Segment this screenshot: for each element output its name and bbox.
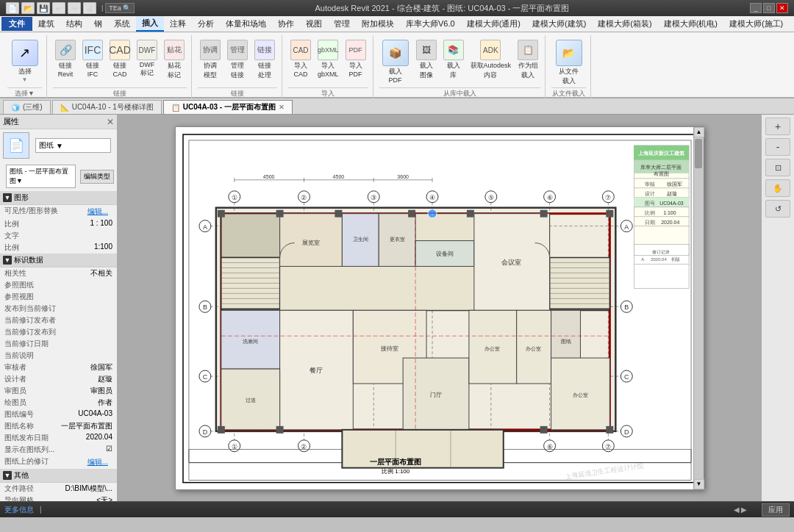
id-data-collapse-btn[interactable]: ▼	[3, 256, 12, 265]
select-icon: ↗	[12, 40, 38, 66]
import-cad-btn[interactable]: CAD 导入CAD	[288, 38, 313, 79]
open-btn[interactable]: 📂	[21, 2, 35, 14]
v-scrollbar[interactable]: ▲ ▼	[693, 127, 704, 489]
menu-model-construct[interactable]: 建模大师(施工)	[723, 17, 789, 31]
manage-link-btn[interactable]: 管理 管理链接	[225, 38, 250, 82]
menu-model-box[interactable]: 建模大师(箱装)	[592, 17, 657, 31]
link-ifc-btn[interactable]: IFC 链接IFC	[80, 38, 105, 79]
zoom-in-btn[interactable]: +	[765, 118, 790, 135]
menu-file[interactable]: 文件	[1, 17, 32, 31]
menu-model-pc[interactable]: 建模大师(PC)	[789, 17, 794, 31]
svg-text:4500: 4500	[332, 173, 344, 179]
graphics-collapse-btn[interactable]: ▼	[3, 193, 12, 202]
menu-addins[interactable]: 附加模块	[356, 17, 400, 31]
coord-model-label: 协调模型	[204, 61, 217, 80]
visibility-value[interactable]: 编辑...	[83, 206, 112, 218]
scroll-down-btn[interactable]: ▼	[694, 479, 704, 489]
dwf-mark-btn[interactable]: DWF DWF标记	[135, 38, 160, 79]
svg-text:会议室: 会议室	[501, 259, 521, 266]
new-btn[interactable]: 📄	[6, 2, 19, 14]
menu-mass[interactable]: 体量和场地	[220, 17, 272, 31]
menu-architecture[interactable]: 建筑	[32, 17, 60, 31]
id-data-section-header[interactable]: ▼ 标识数据	[0, 254, 117, 267]
tab-floor-close[interactable]: ✕	[279, 104, 285, 111]
graphics-section-header[interactable]: ▼ 图形	[0, 191, 117, 205]
load-image-btn[interactable]: 🖼 载入图像	[414, 38, 439, 82]
scroll-thumb[interactable]	[695, 139, 702, 168]
link-cad-btn[interactable]: CAD 链接CAD	[107, 38, 132, 79]
edit-type-btn[interactable]: 编辑类型	[80, 170, 114, 184]
rotate-btn[interactable]: ↺	[765, 200, 790, 218]
link-revit-btn[interactable]: 🔗 链接Revit	[53, 38, 78, 79]
current-view-dropdown[interactable]: 图纸 - 一层平面布置图▼	[6, 165, 76, 188]
import-pdf-btn[interactable]: PDF 导入PDF	[343, 38, 368, 79]
menu-annotation[interactable]: 注释	[164, 17, 192, 31]
svg-text:审核: 审核	[645, 181, 655, 187]
drafter-label: 绘图员	[4, 398, 26, 408]
load-family-btn[interactable]: 📦 载入PDF	[379, 38, 412, 85]
svg-text:UC04A-03: UC04A-03	[659, 200, 684, 205]
load-as-group-btn[interactable]: 📋 作为组载入	[515, 38, 540, 82]
save-btn[interactable]: 💾	[37, 2, 50, 14]
separator: |	[101, 4, 103, 12]
view-type-dropdown[interactable]: 图纸 ▼	[35, 138, 111, 153]
coord-model-btn[interactable]: 协调 协调模型	[198, 38, 223, 82]
decal-btn[interactable]: 贴花 贴花标记	[162, 38, 187, 82]
maximize-btn[interactable]: □	[763, 3, 775, 13]
other-collapse-btn[interactable]: ▼	[3, 471, 12, 480]
menu-view[interactable]: 视图	[300, 17, 328, 31]
sheet-name-row: 图纸名称 一层平面布置图	[0, 420, 117, 432]
menu-model-common[interactable]: 建模大师(通用)	[461, 17, 526, 31]
minimize-btn[interactable]: _	[750, 3, 762, 13]
pan-btn[interactable]: ✋	[765, 179, 790, 197]
quick-access-toolbar: 📄 📂 💾 ↩ ↪ 🖨 | TEa 🔍	[6, 2, 135, 14]
sheet-num-label: 图纸编号	[4, 409, 34, 420]
sheet-rev-value[interactable]: 编辑...	[83, 456, 112, 468]
more-info-link[interactable]: 更多信息	[4, 505, 34, 515]
tab-floor-plan[interactable]: 📋 UC04A-03 - 一层平面布置图 ✕	[163, 100, 293, 114]
import-gbxml-btn[interactable]: gbXML 导入gbXML	[315, 38, 341, 79]
other-section-header[interactable]: ▼ 其他	[0, 469, 117, 483]
select-btn[interactable]: ↗ 选择 ▼	[9, 38, 41, 85]
dropdown-arrow: ▼	[56, 142, 63, 150]
zoom-out-btn[interactable]: -	[765, 138, 790, 156]
current-rev-pubto-label: 当前修订发布到	[4, 327, 56, 337]
menu-insert[interactable]: 插入	[136, 16, 164, 32]
tab-stair-detail[interactable]: 📐 UC04A-10 - 1号楼梯详图	[52, 100, 162, 114]
menu-steel[interactable]: 钢	[88, 17, 108, 31]
dwf-mark-icon: DWF	[137, 40, 157, 60]
menu-manage[interactable]: 管理	[328, 17, 356, 31]
menu-model-mep[interactable]: 建模大师(机电)	[658, 17, 723, 31]
coord-model-icon: 协调	[200, 40, 221, 60]
close-btn[interactable]: ✕	[776, 3, 788, 13]
menu-kuaipu[interactable]: 库率大师V6.0	[400, 17, 461, 31]
ribbon-group-load: 📦 载入PDF 🖼 载入图像 📚 载入库 ADK 获取Autodesk内容 📋	[375, 35, 546, 98]
print-btn[interactable]: 🖨	[83, 2, 96, 14]
floor-plan-svg: ① ② ③ ④ ⑤ ⑥ ⑦ ① ② ③	[176, 127, 704, 490]
menu-system[interactable]: 系统	[108, 17, 136, 31]
import-pdf-label: 导入PDF	[349, 61, 362, 78]
menu-model-arch[interactable]: 建模大师(建筑)	[526, 17, 592, 31]
menu-collaborate[interactable]: 协作	[272, 17, 300, 31]
zoom-fit-btn[interactable]: ⊡	[765, 159, 790, 176]
scroll-up-btn[interactable]: ▲	[694, 127, 704, 137]
apply-btn[interactable]: 应用	[762, 503, 790, 517]
drawing-area[interactable]: ① ② ③ ④ ⑤ ⑥ ⑦ ① ② ③	[118, 115, 761, 501]
get-autodesk-btn[interactable]: ADK 获取Autodesk内容	[468, 38, 514, 82]
properties-close-btn[interactable]: ✕	[107, 117, 114, 127]
link-process-btn[interactable]: 链接 链接处理	[252, 38, 277, 82]
load-lib-btn[interactable]: 📚 载入库	[441, 38, 466, 82]
tab-3d[interactable]: 🧊 (三维)	[3, 100, 51, 114]
properties-panel: 属性 ✕ 📄 图纸 ▼ 图纸 - 一层平面布置图▼ 编辑类型 ▼ 图形	[0, 115, 118, 501]
menu-analyze[interactable]: 分析	[192, 17, 220, 31]
load-from-file-btn[interactable]: 📂 从文件载入	[553, 38, 585, 87]
undo-btn[interactable]: ↩	[52, 2, 65, 14]
menu-structure[interactable]: 结构	[60, 17, 88, 31]
svg-text:4500: 4500	[262, 173, 274, 179]
search-box[interactable]: TEa 🔍	[105, 3, 135, 13]
drafter-row: 绘图员 作者	[0, 397, 117, 409]
redo-btn[interactable]: ↪	[68, 2, 81, 14]
reviewer-value: 审图员	[90, 386, 112, 396]
import-buttons: CAD 导入CAD gbXML 导入gbXML PDF 导入PDF	[288, 35, 368, 87]
import-gbxml-icon: gbXML	[318, 40, 338, 60]
